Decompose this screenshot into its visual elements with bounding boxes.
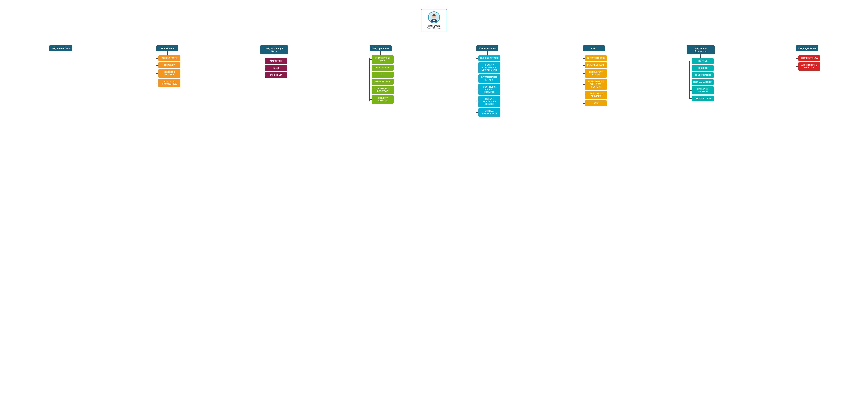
branch-svp5: SVP, Operations NURSING AFFAIRS QUALITY … xyxy=(435,45,540,116)
svp-operations-1[interactable]: SVP, Operations xyxy=(370,45,392,51)
pr-comm-box[interactable]: PR & COMM xyxy=(265,72,287,78)
hr-sub-list: STAFFING BENEFITS COMPENSATION RISK MANA… xyxy=(688,58,714,101)
list-item: AMBULANCE SERVICES xyxy=(585,91,607,99)
svp-operations-2[interactable]: SVP, Operations xyxy=(476,45,498,51)
staffing-box[interactable]: STAFFING xyxy=(692,58,714,64)
list-item: SECURITY SERVICES xyxy=(372,95,394,104)
svp-marketing-sales[interactable]: SVP, Marketing & Sales xyxy=(260,45,288,54)
v-line-svp8 xyxy=(807,51,807,55)
svp-cmo[interactable]: CMO xyxy=(583,45,605,51)
svp-human-resources[interactable]: SVP, Human Resources xyxy=(687,45,714,54)
v-line-svp7 xyxy=(701,54,701,58)
v-line-svp5 xyxy=(487,51,488,55)
v-line-svp3 xyxy=(274,54,274,58)
list-item: EMPLOYEE RELATION xyxy=(692,86,714,95)
branch-svp6: CMO OUTPATIENT CARE IN-PATIENT CARE CONS… xyxy=(541,45,647,106)
accountants-box[interactable]: ACCOUNTANTS xyxy=(158,55,180,61)
budget-controlling-box[interactable]: BUDGET & CONTROLLING xyxy=(158,79,180,87)
patient-grievance-box[interactable]: PATIENT GRIEVANCE & SERVICE xyxy=(478,96,500,107)
person-name: Mark Davis xyxy=(423,25,445,27)
avatar xyxy=(428,11,440,23)
operations2-sub-list: NURSING AFFAIRS QUALITY STANDARDS & MEDI… xyxy=(474,55,500,116)
legal-sub-list: CORPORATE LAW AGREEMENTS & DISPUTES xyxy=(794,55,820,71)
list-item: ADMIN AFFAIRS xyxy=(372,79,394,84)
international-affairs-box[interactable]: INTERNATIONAL AFFAIRS xyxy=(478,74,500,83)
list-item: AGREEMENTS & DISPUTES xyxy=(798,62,820,71)
list-item: BUDGET & CONTROLLING xyxy=(158,79,180,87)
economic-analysis-box[interactable]: ECONOMIC ANALYSIS xyxy=(158,69,180,78)
list-item: PATIENT GRIEVANCE & SERVICE xyxy=(478,96,500,107)
list-item: PROCUREMENT xyxy=(372,65,394,71)
avatar-icon xyxy=(429,12,439,22)
list-item: INTERNATIONAL AFFAIRS xyxy=(478,74,500,83)
v-line-svp2 xyxy=(167,51,167,55)
finance-sub-list: ACCOUNTANTS THEASURY ECONOMIC ANALYSIS B… xyxy=(154,55,180,87)
admin-affairs-box[interactable]: ADMIN AFFAIRS xyxy=(372,79,394,84)
list-item: CONSULTANT BOARD xyxy=(585,69,607,78)
list-item: CORPORATE LAW xyxy=(798,55,820,61)
consultant-board-box[interactable]: CONSULTANT BOARD xyxy=(585,69,607,78)
list-item: ECONOMIC ANALYSIS xyxy=(158,69,180,78)
list-item: CONTINUING MEDICAL EDUCATION xyxy=(478,84,500,95)
theasury-box[interactable]: THEASURY xyxy=(158,62,180,68)
svp-legal-affairs[interactable]: SVP, Legal Affairs xyxy=(796,45,818,51)
list-item: IN-PATIENT CARE xyxy=(585,62,607,68)
branch-svp3: SVP, Marketing & Sales MARKETING SALES P… xyxy=(221,45,327,78)
top-person-card: Mark Davis Senior Manager xyxy=(421,9,447,31)
continuing-medical-box[interactable]: CONTINUING MEDICAL EDUCATION xyxy=(478,84,500,95)
security-services-box[interactable]: SECURITY SERVICES xyxy=(372,95,394,104)
inpatient-care-box[interactable]: IN-PATIENT CARE xyxy=(585,62,607,68)
v-line-svp4 xyxy=(380,51,381,55)
list-item: KSM xyxy=(585,100,607,106)
branch-svp2: SVP, Finance ACCOUNTANTS THEASURY ECONOM… xyxy=(115,45,220,87)
list-item: COMPENSATION xyxy=(692,72,714,78)
branch-svp8: SVP, Legal Affairs CORPORATE LAW AGREEME… xyxy=(754,45,860,71)
marketing-box[interactable]: MARKETING xyxy=(265,58,287,64)
svg-point-5 xyxy=(432,14,436,16)
cmo-sub-list: OUTPATIENT CARE IN-PATIENT CARE CONSULTA… xyxy=(581,55,607,106)
list-item: OUTPATIENT CARE xyxy=(585,55,607,61)
strategy-ma-box[interactable]: STRATEGY AND M&A xyxy=(372,55,394,64)
outpatient-care-box[interactable]: OUTPATIENT CARE xyxy=(585,55,607,61)
branch-svp4: SVP, Operations STRATEGY AND M&A PROCURE… xyxy=(328,45,434,104)
list-item: STAFFING xyxy=(692,58,714,64)
medical-procurement-box[interactable]: MEDICAL PROCUREMENT xyxy=(478,108,500,116)
list-item: STRATEGY AND M&A xyxy=(372,55,394,64)
list-item: MARKETING xyxy=(265,58,287,64)
list-item: MEDICAL PROCUREMENT xyxy=(478,108,500,116)
list-item: QUALITY STANDARDS & MEDICAL AUDIT xyxy=(478,62,500,73)
svp-internal-audit[interactable]: SVP, Internal Audit xyxy=(49,45,72,51)
main-layout: SVP, Internal Audit SVP, Finance ACCOUNT… xyxy=(4,31,864,116)
corporate-law-box[interactable]: CORPORATE LAW xyxy=(798,55,820,61)
agreements-disputes-box[interactable]: AGREEMENTS & DISPUTES xyxy=(798,62,820,71)
svp-finance[interactable]: SVP, Finance xyxy=(156,45,178,51)
procurement-box[interactable]: PROCUREMENT xyxy=(372,65,394,71)
v-line-svp6 xyxy=(594,51,594,55)
list-item: RISK MANAGMENT xyxy=(692,79,714,85)
marketing-sub-list: MARKETING SALES PR & COMM xyxy=(261,58,287,78)
list-item: BENEFITS xyxy=(692,65,714,71)
list-item: NURSING AFFAIRS xyxy=(478,55,500,61)
benefits-box[interactable]: BENEFITS xyxy=(692,65,714,71)
transport-logistics-box[interactable]: TRANSPORT & LOGISTICS xyxy=(372,86,394,94)
level0-row: Mark Davis Senior Manager xyxy=(4,6,864,31)
svp-row: SVP, Internal Audit SVP, Finance ACCOUNT… xyxy=(4,45,864,116)
ambulance-services-box[interactable]: AMBULANCE SERVICES xyxy=(585,91,607,99)
list-item: PR & COMM xyxy=(265,72,287,78)
list-item: TRAINING & EDN xyxy=(692,96,714,101)
it-box[interactable]: IT xyxy=(372,72,394,78)
compensation-box[interactable]: COMPENSATION xyxy=(692,72,714,78)
branch-svp7: SVP, Human Resources STAFFING BENEFITS C… xyxy=(648,45,753,101)
person-title: Senior Manager xyxy=(423,27,445,29)
risk-management-box[interactable]: RISK MANAGMENT xyxy=(692,79,714,85)
sales-box[interactable]: SALES xyxy=(265,65,287,71)
list-item: THEASURY xyxy=(158,62,180,68)
list-item: SALES xyxy=(265,65,287,71)
nursing-affairs-box[interactable]: NURSING AFFAIRS xyxy=(478,55,500,61)
sanitoriums-box[interactable]: SANITORIUMS & WELLNESS CENTERS xyxy=(585,79,607,90)
ksm-box[interactable]: KSM xyxy=(585,100,607,106)
quality-standards-box[interactable]: QUALITY STANDARDS & MEDICAL AUDIT xyxy=(478,62,500,73)
training-edn-box[interactable]: TRAINING & EDN xyxy=(692,96,714,101)
chart-container: Mark Davis Senior Manager SVP, Internal … xyxy=(2,2,866,125)
employee-relation-box[interactable]: EMPLOYEE RELATION xyxy=(692,86,714,95)
